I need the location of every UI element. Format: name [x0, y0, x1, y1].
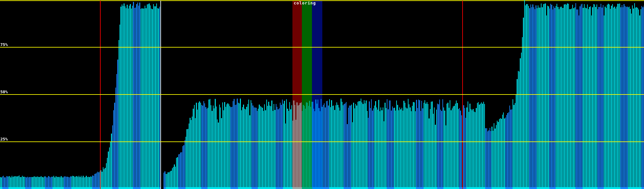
range-marker-red-start — [100, 1, 101, 189]
gridline-25 — [0, 141, 644, 142]
gridline-50 — [0, 94, 644, 95]
coloring-region-label: coloring — [294, 1, 316, 5]
histogram-panel: 75% 50% 25% coloring — [0, 0, 644, 189]
range-marker-red-end — [462, 1, 463, 189]
gridline-label-25: 25% — [0, 137, 8, 141]
gridline-75 — [0, 47, 644, 48]
position-marker-white — [160, 1, 161, 189]
gridline-label-75: 75% — [0, 43, 8, 47]
gridline-label-50: 50% — [0, 90, 8, 94]
